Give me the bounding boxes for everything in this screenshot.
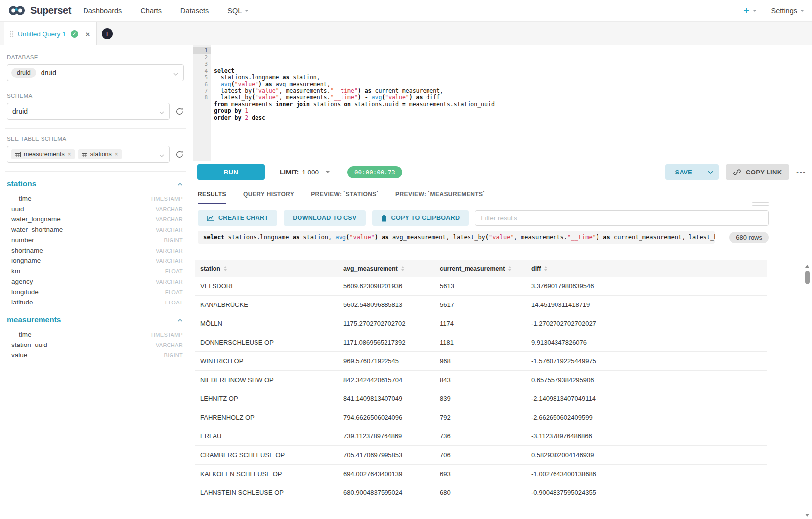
- code-line: stations.longname as station,: [214, 74, 812, 81]
- sql-lab-app: Superset DashboardsChartsDatasetsSQL + S…: [0, 0, 812, 519]
- copy-clipboard-button[interactable]: COPY TO CLIPBOARD: [372, 210, 469, 226]
- scroll-down-icon[interactable]: [805, 514, 809, 517]
- refresh-schema-icon[interactable]: [175, 107, 184, 116]
- close-icon[interactable]: ×: [115, 151, 118, 158]
- column-header-current_measurement[interactable]: current_measurement: [435, 260, 526, 277]
- nav-item-dashboards[interactable]: Dashboards: [83, 7, 122, 15]
- more-options-button[interactable]: •••: [796, 169, 806, 176]
- schema-select[interactable]: druid: [7, 103, 170, 120]
- scroll-up-icon[interactable]: [805, 265, 809, 268]
- sql-token: "value": [489, 234, 514, 241]
- chart-icon: [207, 215, 214, 221]
- table-row: KALKOFEN SCHLEUSE OP694.0027643400139693…: [195, 465, 767, 483]
- table-row: ERLAU739.1123789764869736-3.112378976486…: [195, 427, 767, 446]
- column-header-avg_measurement[interactable]: avg_measurement: [339, 260, 435, 277]
- column-name: uuid: [11, 205, 24, 213]
- sql-token: latest_by: [453, 234, 485, 241]
- superset-logo-icon: [8, 4, 26, 17]
- sql-token: ): [596, 234, 599, 241]
- save-dropdown-button[interactable]: [702, 164, 719, 180]
- filter-results-input[interactable]: [475, 210, 769, 226]
- sql-token: latest_by: [689, 234, 715, 241]
- column-row: uuidVARCHAR: [7, 204, 184, 214]
- results-tab-query-history[interactable]: QUERY HISTORY: [243, 191, 294, 204]
- table-section-header-stations[interactable]: stations: [7, 179, 183, 188]
- add-tab-segment: +: [97, 22, 117, 45]
- column-header-diff[interactable]: diff: [526, 260, 767, 277]
- table-section-header-measurements[interactable]: measurements: [7, 315, 183, 324]
- sql-token: (: [231, 81, 235, 87]
- sql-token: "__time": [567, 234, 596, 241]
- sql-token: avg_measurement,: [389, 234, 453, 241]
- run-button[interactable]: RUN: [197, 164, 265, 180]
- drag-dots-icon[interactable]: [10, 31, 14, 37]
- add-tab-button[interactable]: +: [102, 28, 113, 39]
- sql-token: measurements.station_uuid: [406, 101, 495, 108]
- pane-resize-handle[interactable]: [468, 185, 482, 189]
- close-icon[interactable]: ×: [68, 151, 71, 158]
- sql-token: as: [599, 234, 610, 241]
- sql-editor[interactable]: 12345678 select stations.longname as sta…: [193, 45, 812, 161]
- sql-token: stations.longname: [214, 74, 282, 81]
- column-header-station[interactable]: station: [195, 260, 339, 277]
- results-tab-preview-stations[interactable]: PREVIEW: `STATIONS`: [311, 191, 379, 204]
- line-number: 8: [193, 94, 211, 101]
- column-name: shortname: [11, 247, 43, 254]
- column-type: VARCHAR: [156, 248, 183, 254]
- close-tab-icon[interactable]: ×: [86, 30, 90, 38]
- save-split-button: SAVE: [665, 164, 719, 180]
- cell-current_measurement: 792: [435, 408, 526, 427]
- settings-menu[interactable]: Settings: [771, 7, 804, 15]
- cell-station: DONNERSCHLEUSE OP: [195, 333, 339, 352]
- results-tab-results[interactable]: RESULTS: [198, 191, 226, 204]
- sql-token: , measurements.: [279, 94, 331, 101]
- limit-dropdown[interactable]: LIMIT: 1 000: [280, 169, 330, 176]
- copy-clipboard-label: COPY TO CLIPBOARD: [391, 215, 460, 221]
- sort-up-icon: [401, 266, 404, 268]
- column-row: station_uuidVARCHAR: [7, 340, 184, 350]
- download-csv-label: DOWNLOAD TO CSV: [293, 215, 356, 221]
- column-type: VARCHAR: [156, 279, 183, 285]
- sql-token: inner join: [276, 101, 310, 108]
- cell-station: MÖLLN: [195, 314, 339, 333]
- save-button[interactable]: SAVE: [665, 164, 702, 180]
- editor-code[interactable]: select stations.longname as station, avg…: [211, 45, 812, 161]
- plus-icon: +: [743, 5, 749, 17]
- results-scrollbar[interactable]: [804, 264, 811, 518]
- refresh-tables-icon[interactable]: [175, 150, 184, 159]
- query-preview-row: select stations.longname as station, avg…: [198, 231, 769, 244]
- sql-token: 1: [245, 107, 248, 114]
- resize-icon[interactable]: [752, 202, 769, 208]
- sql-token: stations.uuid: [351, 101, 402, 108]
- sql-token: measurements: [228, 101, 276, 108]
- cell-station: KALKOFEN SCHLEUSE OP: [195, 465, 339, 483]
- cell-diff: -1.0027643400138686: [526, 465, 767, 483]
- table-row: LEHNITZ OP841.1409813407049839-2.1409813…: [195, 389, 767, 408]
- sql-token: avg_measurement,: [272, 81, 331, 87]
- new-dropdown-button[interactable]: +: [743, 5, 756, 17]
- results-tab-preview-measurements[interactable]: PREVIEW: `MEASUREMENTS`: [395, 191, 485, 204]
- nav-item-datasets[interactable]: Datasets: [180, 7, 209, 15]
- brand[interactable]: Superset: [8, 4, 71, 17]
- scrollbar-thumb[interactable]: [805, 271, 810, 284]
- code-line: group by 1: [214, 108, 812, 115]
- nav-item-charts[interactable]: Charts: [140, 7, 162, 15]
- create-chart-button[interactable]: CREATE CHART: [198, 210, 277, 226]
- copy-link-label: COPY LINK: [746, 169, 782, 176]
- cell-station: LAHNSTEIN SCHLEUSE OP: [195, 483, 339, 502]
- table-tag-stations[interactable]: stations ×: [78, 149, 122, 159]
- nav-item-label: Charts: [140, 7, 162, 15]
- sql-token: "__time": [330, 87, 357, 94]
- tab-untitled-query-1[interactable]: Untitled Query 1 ✓ ×: [4, 22, 97, 45]
- database-backend-badge: druid: [11, 68, 36, 78]
- copy-link-button[interactable]: COPY LINK: [726, 164, 789, 180]
- download-csv-button[interactable]: DOWNLOAD TO CSV: [284, 210, 365, 226]
- table-tag-measurements[interactable]: measurements ×: [11, 149, 75, 159]
- tab-title: Untitled Query 1: [18, 30, 66, 38]
- table-row: MÖLLN1175.27027027027021174-1.2702702702…: [195, 314, 767, 333]
- database-select[interactable]: druid druid: [7, 64, 184, 81]
- column-row: __timeTIMESTAMP: [7, 329, 184, 340]
- query-tab-bar: Untitled Query 1 ✓ × +: [0, 22, 812, 45]
- nav-item-sql[interactable]: SQL: [227, 7, 249, 15]
- table-select[interactable]: measurements × stations ×: [7, 146, 170, 163]
